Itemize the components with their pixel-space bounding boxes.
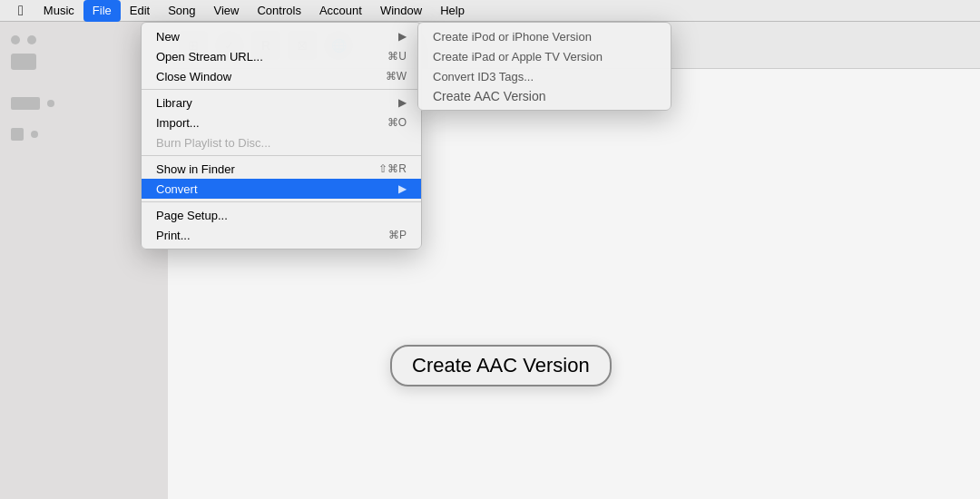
file-import-item[interactable]: Import... ⌘O xyxy=(142,113,421,132)
convert-ipad-tv-item[interactable]: Create iPad or Apple TV Version xyxy=(418,46,671,66)
aac-version-callout[interactable]: Create AAC Version xyxy=(390,345,612,386)
open-stream-shortcut: ⌘U xyxy=(387,50,407,63)
print-shortcut: ⌘P xyxy=(388,229,407,241)
show-finder-shortcut: ⇧⌘R xyxy=(378,162,407,175)
view-menu[interactable]: View xyxy=(205,0,249,22)
separator-2 xyxy=(142,155,421,156)
convert-aac-item[interactable]: Create AAC Version xyxy=(418,86,671,106)
sidebar-dot xyxy=(11,35,20,44)
separator-1 xyxy=(142,89,421,90)
separator-3 xyxy=(142,201,421,202)
convert-arrow-icon: ▶ xyxy=(398,182,407,195)
sidebar-rect xyxy=(11,54,36,70)
library-arrow-icon: ▶ xyxy=(398,96,407,109)
account-menu[interactable]: Account xyxy=(310,0,371,22)
help-menu[interactable]: Help xyxy=(431,0,474,22)
convert-ipod-iphone-item[interactable]: Create iPod or iPhone Version xyxy=(418,26,671,46)
convert-submenu: Create iPod or iPhone Version Create iPa… xyxy=(417,22,671,111)
macos-menubar:  Music File Edit Song View Controls Acc… xyxy=(0,0,980,22)
window-menu[interactable]: Window xyxy=(371,0,431,22)
sidebar-dot xyxy=(27,35,36,44)
close-window-shortcut: ⌘W xyxy=(386,70,407,83)
file-convert-item[interactable]: Convert ▶ xyxy=(142,179,421,199)
file-print-item[interactable]: Print... ⌘P xyxy=(142,225,421,245)
file-library-item[interactable]: Library ▶ xyxy=(142,93,421,113)
file-show-finder-item[interactable]: Show in Finder ⇧⌘R xyxy=(142,159,421,179)
apple-menu[interactable]:  xyxy=(7,0,34,22)
convert-id3-item[interactable]: Convert ID3 Tags... xyxy=(418,66,671,86)
file-dropdown: New ▶ Open Stream URL... ⌘U Close Window… xyxy=(141,22,422,250)
controls-menu[interactable]: Controls xyxy=(248,0,309,22)
song-menu[interactable]: Song xyxy=(159,0,204,22)
arrow-right-icon: ▶ xyxy=(398,30,407,43)
import-shortcut: ⌘O xyxy=(387,116,407,129)
edit-menu[interactable]: Edit xyxy=(121,0,159,22)
file-new-item[interactable]: New ▶ xyxy=(142,26,421,46)
file-burn-playlist-item: Burn Playlist to Disc... xyxy=(142,132,421,152)
file-page-setup-item[interactable]: Page Setup... xyxy=(142,205,421,225)
file-close-window-item[interactable]: Close Window ⌘W xyxy=(142,66,421,86)
music-menu[interactable]: Music xyxy=(34,0,83,22)
file-open-stream-item[interactable]: Open Stream URL... ⌘U xyxy=(142,46,421,66)
file-menu[interactable]: File xyxy=(83,0,121,22)
